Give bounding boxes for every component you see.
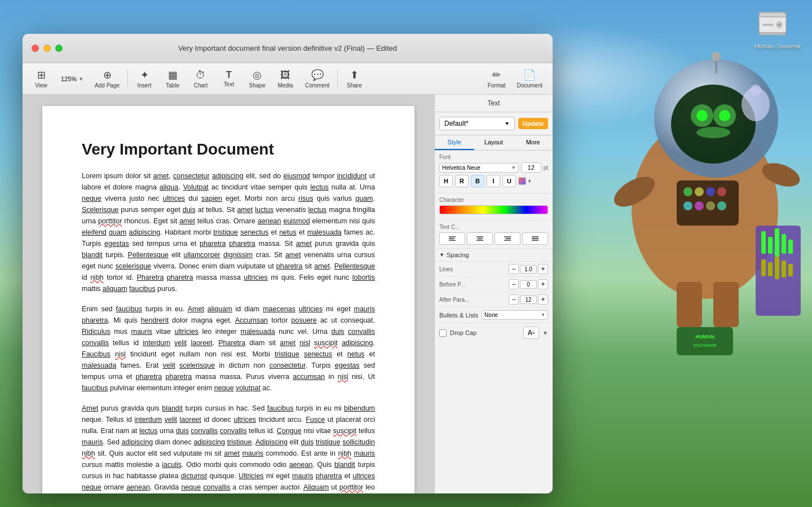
style-selector: Default* ▼ Update bbox=[435, 112, 553, 135]
underline-button[interactable]: U bbox=[502, 175, 516, 187]
add-page-icon: ⊕ bbox=[103, 69, 112, 81]
font-size[interactable]: 12 bbox=[521, 162, 541, 173]
bullets-label: Bullets & Lists bbox=[439, 312, 478, 319]
minimize-button[interactable] bbox=[43, 45, 51, 52]
format-icon: ✏ bbox=[492, 69, 501, 81]
after-para-control: − 12 + bbox=[509, 294, 548, 305]
after-para-decrement[interactable]: − bbox=[509, 294, 519, 305]
bold-button[interactable]: B bbox=[471, 175, 484, 187]
regular-button[interactable]: R bbox=[455, 175, 469, 187]
view-icon: ⊞ bbox=[37, 69, 46, 81]
window-title: Very Important document final version de… bbox=[178, 44, 397, 52]
drop-cap-dropdown-arrow[interactable]: ▼ bbox=[542, 330, 548, 336]
toolbar-insert[interactable]: ✦ Insert bbox=[130, 67, 158, 91]
zoom-value: 125% bbox=[61, 76, 77, 82]
zoom-chevron: ▼ bbox=[78, 76, 83, 82]
font-section: Font Helvetica Neue ▼ 12 pt H R B I U bbox=[435, 151, 553, 193]
character-color-strip[interactable] bbox=[439, 205, 548, 214]
maximize-button[interactable] bbox=[55, 45, 63, 52]
bullets-value: None bbox=[484, 312, 498, 318]
before-para-increment[interactable]: + bbox=[538, 279, 548, 289]
tab-more[interactable]: More bbox=[513, 135, 553, 150]
color-selector-row[interactable]: ▼ bbox=[518, 175, 548, 187]
toolbar-text[interactable]: T Text bbox=[215, 68, 243, 90]
close-button[interactable] bbox=[32, 45, 39, 52]
chart-label: Chart bbox=[194, 82, 208, 89]
bullets-row: Bullets & Lists None ▼ bbox=[435, 307, 553, 323]
title-bar: Very Important document final version de… bbox=[23, 34, 553, 63]
toolbar-document[interactable]: 📄 Document bbox=[511, 67, 548, 91]
text-color-label: Text C... bbox=[439, 224, 548, 230]
paragraph-3: Amet purus gravida quis blandit turpis c… bbox=[82, 403, 375, 493]
drop-cap-checkbox[interactable] bbox=[439, 329, 447, 337]
hd-icon-image bbox=[754, 6, 791, 42]
text-color-swatch bbox=[518, 177, 526, 185]
spacing-header[interactable]: ▼ Spacing bbox=[435, 249, 553, 262]
lines-increment[interactable]: + bbox=[538, 264, 548, 274]
document-page: Very Important Document Lorem ipsum dolo… bbox=[42, 106, 414, 493]
align-right-button[interactable] bbox=[495, 232, 520, 245]
toolbar-zoom[interactable]: 125% ▼ bbox=[55, 73, 89, 85]
tab-layout[interactable]: Layout bbox=[474, 135, 514, 150]
style-name: Default* bbox=[444, 120, 469, 127]
before-para-row: Before P... − 0 + bbox=[435, 277, 553, 292]
add-page-label: Add Page bbox=[95, 82, 120, 89]
before-para-value[interactable]: 0 bbox=[520, 280, 537, 289]
svg-rect-1 bbox=[759, 12, 786, 17]
main-window: Very Important document final version de… bbox=[23, 34, 553, 493]
character-label: Character bbox=[439, 197, 548, 203]
document-area[interactable]: Very Important Document Lorem ipsum dolo… bbox=[23, 95, 434, 493]
window-controls bbox=[32, 45, 63, 52]
text-label: Text bbox=[224, 81, 234, 87]
drop-cap-preview[interactable]: A ≡ bbox=[523, 327, 539, 339]
after-para-label: After Para... bbox=[439, 297, 505, 303]
italic-button[interactable]: I bbox=[487, 175, 500, 187]
style-dropdown-chevron: ▼ bbox=[505, 121, 510, 126]
toolbar-shape[interactable]: ◎ Shape bbox=[243, 67, 271, 91]
character-section: Character bbox=[435, 193, 553, 221]
toolbar-add-page[interactable]: ⊕ Add Page bbox=[89, 67, 125, 91]
toolbar-format[interactable]: ✏ Format bbox=[482, 67, 511, 91]
after-para-value[interactable]: 12 bbox=[520, 296, 537, 304]
update-button[interactable]: Update bbox=[518, 118, 548, 129]
before-para-decrement[interactable]: − bbox=[509, 279, 519, 289]
drop-cap-letter: A bbox=[527, 329, 532, 337]
panel-title: Text bbox=[435, 95, 553, 112]
after-para-increment[interactable]: + bbox=[538, 294, 548, 305]
font-chevron: ▼ bbox=[511, 165, 516, 170]
right-panel: Text Default* ▼ Update Style Layout More… bbox=[434, 95, 553, 493]
text-icon: T bbox=[226, 70, 232, 80]
toolbar-chart[interactable]: ⏱ Chart bbox=[187, 67, 215, 91]
insert-label: Insert bbox=[137, 82, 151, 89]
text-color-section: Text C... bbox=[435, 221, 553, 249]
comment-icon: 💬 bbox=[311, 69, 324, 81]
format-label: Format bbox=[488, 82, 506, 89]
table-icon: ▦ bbox=[168, 69, 178, 81]
align-left-button[interactable] bbox=[439, 232, 465, 245]
media-label: Media bbox=[277, 82, 293, 89]
toolbar-comment[interactable]: 💬 Comment bbox=[299, 67, 335, 91]
view-label: View bbox=[35, 82, 47, 89]
drop-cap-row: Drop Cap A ≡ ▼ bbox=[435, 323, 553, 342]
document-icon: 📄 bbox=[523, 69, 536, 81]
bullets-select[interactable]: None ▼ bbox=[482, 310, 548, 320]
drop-cap-lines: ≡ bbox=[532, 330, 535, 336]
document-label: Document bbox=[517, 82, 542, 89]
toolbar-table[interactable]: ▦ Table bbox=[158, 67, 187, 91]
style-dropdown[interactable]: Default* ▼ bbox=[439, 117, 515, 130]
after-para-row: After Para... − 12 + bbox=[435, 292, 553, 307]
svg-point-3 bbox=[778, 24, 780, 26]
font-name: Helvetica Neue bbox=[442, 165, 480, 171]
before-para-control: − 0 + bbox=[509, 279, 548, 289]
toolbar-media[interactable]: 🖼 Media bbox=[271, 67, 299, 91]
heading-button[interactable]: H bbox=[439, 175, 453, 187]
tab-style[interactable]: Style bbox=[435, 135, 474, 150]
lines-value[interactable]: 1.0 bbox=[520, 265, 537, 274]
hard-drive-icon[interactable]: Human Souvenir bbox=[754, 6, 801, 50]
toolbar-view[interactable]: ⊞ View bbox=[27, 67, 55, 91]
align-center-button[interactable] bbox=[467, 232, 493, 245]
font-name-selector[interactable]: Helvetica Neue ▼ bbox=[439, 163, 519, 173]
lines-decrement[interactable]: − bbox=[509, 264, 519, 274]
toolbar-share[interactable]: ⬆ Share bbox=[340, 67, 368, 91]
align-justify-button[interactable] bbox=[522, 232, 548, 245]
